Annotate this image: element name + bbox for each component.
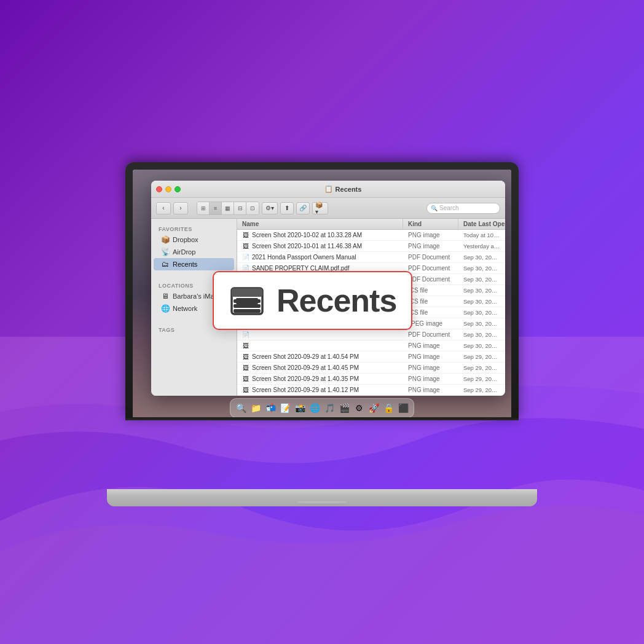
table-row[interactable]: 🖼Screen Shot 2020-09-29 at 1.40.12 PMPNG…: [237, 385, 505, 396]
action-button[interactable]: ⚙▾: [262, 202, 278, 214]
file-name-cell: 🖼Screen Shot 2020-09-29 at 1.40.12 PM: [237, 385, 403, 395]
macos-dock: 🔍 📁 📬 📝 📸 🌐 🎵 🎬 ⚙ 🚀 🔒 ⬛: [230, 398, 414, 418]
file-kind-cell: PDF Document: [403, 264, 458, 273]
table-row[interactable]: 🖼Screen Shot 2020-09-29 at 1.40.45 PMPNG…: [237, 363, 505, 374]
dock-lock[interactable]: 🔒: [382, 401, 395, 415]
tag-button[interactable]: 🔗: [296, 202, 310, 214]
sidebar-item-recents[interactable]: 🗂 Recents: [154, 258, 234, 270]
file-name-cell: 🖼Screen Shot 2020-09-29 at 1.40.35 PM: [237, 374, 403, 384]
file-kind-cell: PDF Document: [403, 330, 458, 339]
dock-files[interactable]: 📁: [249, 401, 262, 415]
col-header-kind[interactable]: Kind: [403, 219, 458, 229]
table-row[interactable]: 🖼PNG imageSep 30, 2020 at 2:27 PM: [237, 340, 505, 351]
svg-rect-7: [236, 305, 258, 308]
table-row[interactable]: 🖼Screen Shot 2020-09-29 at 1.40.54 PMPNG…: [237, 351, 505, 363]
dock-safari[interactable]: 🌐: [308, 401, 321, 415]
laptop-hinge: [297, 501, 347, 505]
dropbox-button[interactable]: 📦▾: [312, 202, 328, 214]
table-row[interactable]: 📄2021 Honda Passport Owners ManualPDF Do…: [237, 252, 505, 263]
dock-terminal[interactable]: ⬛: [396, 401, 410, 415]
dock-mail[interactable]: 📬: [264, 401, 277, 415]
sidebar-item-dropbox[interactable]: 📦 Dropbox: [154, 234, 234, 246]
laptop-keyboard-top: [125, 417, 519, 420]
table-row[interactable]: 🖼Screen Shot 2020-09-29 at 1.40.35 PMPNG…: [237, 374, 505, 385]
file-date-cell: Sep 30, 2020 at 7:25 PM: [458, 286, 505, 295]
recents-big-icon: [229, 282, 265, 319]
file-kind-cell: PNG image: [403, 242, 458, 251]
dock-system-prefs[interactable]: ⚙: [352, 401, 366, 415]
file-icon: 🖼: [242, 342, 249, 350]
forward-button[interactable]: ›: [173, 202, 188, 214]
dock-notes[interactable]: 📝: [278, 401, 292, 415]
file-icon: 🖼: [242, 243, 249, 250]
file-kind-cell: PDF Document: [403, 253, 458, 262]
file-date-cell: Today at 10:33 AM: [458, 230, 505, 240]
file-date-cell: Sep 30, 2020 at 7:24 PM: [458, 308, 505, 317]
icon-view-btn[interactable]: ⊞: [197, 202, 210, 214]
file-kind-cell: PNG image: [403, 341, 458, 350]
file-date-cell: Sep 30, 2020 at 4:19 PM: [458, 330, 505, 339]
laptop-base: [107, 489, 537, 506]
file-icon: 🖼: [242, 353, 249, 361]
network-label: Network: [173, 305, 197, 312]
file-name-cell: 🖼Screen Shot 2020-09-29 at 1.40.54 PM: [237, 352, 403, 362]
file-name-cell: 🖼Screen Shot 2020-09-29 at 1.40.45 PM: [237, 363, 403, 373]
table-row[interactable]: 🖼Screen Shot 2020-10-01 at 11.46.38 AMPN…: [237, 241, 505, 252]
column-view-btn[interactable]: ▦: [222, 202, 234, 214]
file-icon: 📄: [242, 331, 249, 339]
dock-movies[interactable]: 🎬: [337, 401, 351, 415]
table-row[interactable]: 📄PDF DocumentSep 30, 2020 at 4:19 PM: [237, 329, 505, 340]
list-view-btn[interactable]: ≡: [210, 202, 222, 214]
dock-music[interactable]: 🎵: [323, 401, 336, 415]
file-date-cell: Sep 30, 2020 at 8:39 PM: [458, 253, 505, 262]
file-date-cell: Sep 29, 2020 at 2:27 PM: [458, 374, 505, 383]
file-icon: 🖼: [242, 232, 249, 239]
finder-titlebar: 📋 Recents: [151, 181, 505, 198]
minimize-button[interactable]: [165, 186, 171, 192]
table-row[interactable]: 🖼Screen Shot 2020-10-02 at 10.33.28 AMPN…: [237, 230, 505, 241]
file-kind-cell: PNG image: [403, 385, 458, 395]
favorites-label: Favorites: [151, 224, 237, 234]
file-date-cell: Sep 29, 2020 at 2:27 PM: [458, 352, 505, 361]
file-kind-cell: PNG image: [403, 352, 458, 361]
file-date-cell: Sep 29, 2020 at 2:27 PM: [458, 363, 505, 372]
gallery-view-btn[interactable]: ⊟: [234, 202, 246, 214]
maximize-button[interactable]: [175, 186, 181, 192]
back-button[interactable]: ‹: [156, 202, 171, 214]
airdrop-icon: 📡: [161, 248, 170, 256]
svg-rect-2: [234, 309, 261, 313]
file-name-cell: 🖼: [237, 341, 403, 351]
file-date-cell: Sep 30, 2020 at 8:37 PM: [458, 264, 505, 273]
file-date-cell: Sep 30, 2020 at 8:30 PM: [458, 275, 505, 284]
coverflow-view-btn[interactable]: ⊡: [246, 202, 259, 214]
svg-rect-6: [236, 302, 258, 304]
dock-finder[interactable]: 🔍: [234, 401, 248, 415]
file-icon: 🖼: [242, 364, 249, 372]
svg-rect-8: [232, 288, 262, 297]
airdrop-label: AirDrop: [173, 248, 195, 256]
file-kind-cell: PNG image: [403, 230, 458, 240]
file-date-cell: Sep 29, 2020 at 2:26 PM: [458, 385, 505, 395]
dock-launchpad[interactable]: 🚀: [367, 401, 380, 415]
dock-photos[interactable]: 📸: [293, 401, 307, 415]
file-name-cell: 🖼Screen Shot 2020-10-02 at 10.33.28 AM: [237, 230, 403, 240]
file-icon: 📄: [242, 254, 249, 261]
search-field[interactable]: 🔍 Search: [426, 203, 500, 214]
dropbox-icon: 📦: [161, 235, 170, 244]
file-date-cell: Sep 30, 2020 at 2:27 PM: [458, 341, 505, 350]
file-icon: 🖼: [242, 387, 249, 394]
recents-big-label: Recents: [277, 282, 396, 319]
col-header-name[interactable]: Name: [237, 219, 403, 229]
file-kind-cell: PNG image: [403, 374, 458, 383]
network-icon: 🌐: [161, 304, 170, 313]
close-button[interactable]: [156, 186, 162, 192]
sidebar-item-airdrop[interactable]: 📡 AirDrop: [154, 246, 234, 258]
file-kind-cell: PNG image: [403, 363, 458, 372]
col-header-date[interactable]: Date Last Opened ▼: [458, 219, 505, 229]
file-date-cell: Sep 30, 2020 at 7:18 PM: [458, 297, 505, 306]
file-icon: 🖼: [242, 375, 249, 383]
file-date-cell: Yesterday at 11:46 AM: [458, 242, 505, 251]
search-icon: 🔍: [431, 205, 438, 211]
share-button[interactable]: ⬆: [280, 202, 294, 214]
view-toggle-group: ⊞ ≡ ▦ ⊟ ⊡: [197, 202, 259, 215]
